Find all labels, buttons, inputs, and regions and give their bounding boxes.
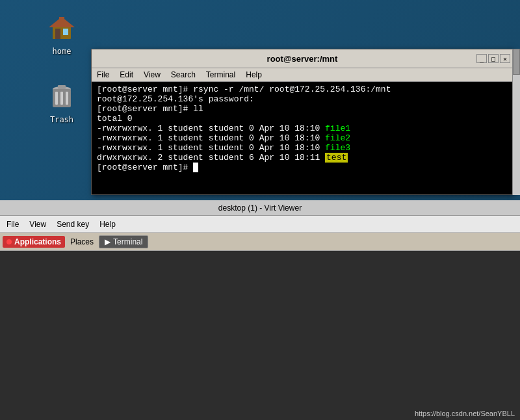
server-terminal-titlebar: root@server:/mnt _ □ ✕ [92, 49, 513, 68]
terminal-line-8: drwxrwxrwx. 2 student student 6 Apr 10 1… [97, 153, 508, 163]
places-menu[interactable]: Places [66, 236, 98, 248]
virt-viewer-window: desktop (1) - Virt Viewer File View Send… [0, 200, 520, 420]
scroll-thumb[interactable] [513, 49, 520, 75]
svg-rect-1 [55, 29, 60, 39]
svg-rect-2 [63, 29, 68, 35]
trash-icon [46, 81, 77, 112]
terminal-line-5: -rwxrwxrwx. 1 student student 0 Apr 10 1… [97, 124, 508, 133]
svg-rect-4 [59, 17, 64, 23]
desktop: home Trash root@server:/mnt _ □ ✕ [0, 0, 520, 420]
svg-rect-7 [55, 92, 58, 105]
terminal-line-1: [root@server mnt]# rsync -r /mnt/ root@1… [97, 85, 508, 94]
applications-label: Applications [14, 237, 61, 246]
home-icon-label: home [53, 47, 72, 56]
menu-search[interactable]: Search [168, 69, 198, 81]
svg-rect-8 [60, 92, 63, 105]
home-icon [46, 13, 77, 44]
terminal-label: Terminal [113, 237, 142, 246]
applications-menu[interactable]: Applications [3, 236, 65, 248]
menu-edit[interactable]: Edit [117, 69, 136, 81]
virt-menu-view[interactable]: View [25, 218, 50, 230]
menu-file[interactable]: File [94, 69, 112, 81]
minimize-button[interactable]: _ [476, 54, 487, 63]
terminal-line-9: [root@server mnt]# [97, 163, 508, 172]
taskbar: Applications Places ▶ Terminal [0, 233, 520, 251]
server-terminal-title: root@server:/mnt [267, 54, 338, 64]
server-terminal-body[interactable]: [root@server mnt]# rsync -r /mnt/ root@1… [92, 82, 513, 194]
server-terminal-window: root@server:/mnt _ □ ✕ File Edit View Se… [91, 49, 514, 195]
virt-viewer-title: desktop (1) - Virt Viewer [218, 203, 302, 213]
virt-menu-sendkey[interactable]: Send key [53, 218, 93, 230]
maximize-button[interactable]: □ [488, 54, 499, 63]
trash-desktop-icon[interactable]: Trash [36, 81, 88, 124]
terminal-line-6: -rwxrwxrwx. 1 student student 0 Apr 10 1… [97, 133, 508, 143]
terminal-taskbar-label: ▶ [105, 237, 110, 246]
apps-dot [6, 239, 12, 244]
server-terminal-scrollbar[interactable] [512, 49, 520, 195]
server-terminal-menubar: File Edit View Search Terminal Help [92, 68, 513, 82]
server-window-controls: _ □ ✕ [476, 54, 510, 63]
terminal-line-4: total 0 [97, 114, 508, 124]
virt-menu-file[interactable]: File [3, 218, 23, 230]
menu-help[interactable]: Help [243, 69, 265, 81]
home-desktop-icon[interactable]: home [36, 13, 88, 56]
terminal-line-7: -rwxrwxrwx. 1 student student 0 Apr 10 1… [97, 143, 508, 153]
terminal-line-3: [root@server mnt]# ll [97, 104, 508, 114]
menu-view[interactable]: View [141, 69, 163, 81]
virt-viewer-menubar: File View Send key Help [0, 216, 520, 233]
trash-icon-label: Trash [50, 115, 73, 124]
svg-rect-9 [66, 92, 68, 105]
virt-viewer-titlebar: desktop (1) - Virt Viewer [0, 200, 520, 216]
watermark: https://blog.csdn.net/SeanYBLL [415, 410, 515, 417]
terminal-taskbar-button[interactable]: ▶ Terminal [99, 235, 148, 248]
menu-terminal[interactable]: Terminal [203, 69, 238, 81]
terminal-line-2: root@172.25.254.136's password: [97, 94, 508, 104]
close-button[interactable]: ✕ [500, 54, 510, 63]
virt-menu-help[interactable]: Help [96, 218, 120, 230]
svg-rect-10 [58, 85, 66, 89]
